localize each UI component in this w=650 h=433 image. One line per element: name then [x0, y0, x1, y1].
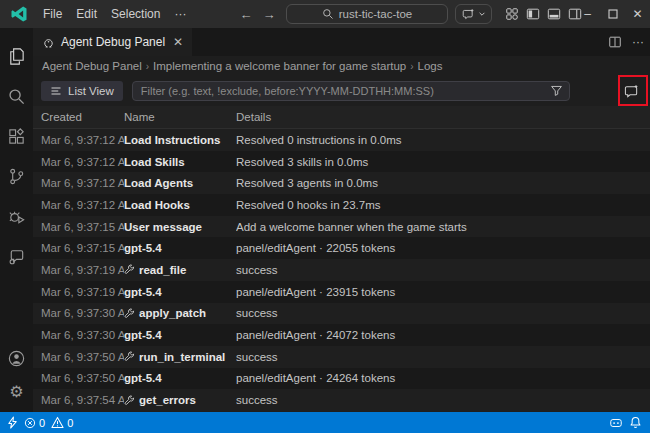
- minimize-button[interactable]: –: [575, 0, 600, 28]
- row-details: Resolved 3 skills in 0.0ms: [236, 156, 650, 168]
- extensions-icon[interactable]: [0, 116, 33, 156]
- row-name-label: Load Agents: [124, 177, 193, 189]
- table-row[interactable]: Mar 6, 9:37:54 AMget_errorssuccess: [33, 389, 650, 411]
- notifications-bell-icon[interactable]: [629, 416, 642, 429]
- menu-selection[interactable]: Selection: [104, 4, 167, 24]
- list-view-button[interactable]: List View: [41, 81, 123, 101]
- tab-actions: ···: [608, 28, 644, 56]
- accounts-icon[interactable]: [0, 342, 33, 375]
- manage-gear-icon[interactable]: ⚙: [0, 375, 33, 408]
- error-count: 0: [39, 417, 45, 429]
- row-created: Mar 6, 9:37:12 AM: [33, 177, 124, 189]
- source-control-icon[interactable]: [0, 156, 33, 196]
- close-button[interactable]: ✕: [625, 0, 650, 28]
- table-row[interactable]: Mar 6, 9:37:19 AMgpt-5.4panel/editAgent …: [33, 281, 650, 303]
- maximize-button[interactable]: [600, 0, 625, 28]
- row-created: Mar 6, 9:37:54 AM: [33, 394, 124, 406]
- customize-layout-icon[interactable]: [505, 7, 519, 21]
- table-row[interactable]: Mar 6, 9:37:50 AMgpt-5.4panel/editAgent …: [33, 368, 650, 390]
- split-editor-icon[interactable]: [608, 35, 622, 49]
- row-created: Mar 6, 9:37:12 AM: [33, 134, 124, 146]
- row-details: panel/editAgent · 24264 tokens: [236, 372, 650, 384]
- tool-icon: [124, 351, 135, 362]
- row-name: read_file: [124, 264, 236, 276]
- chat-bubble-icon: [624, 84, 639, 99]
- chat-action-button[interactable]: [618, 78, 644, 104]
- row-name: run_in_terminal: [124, 351, 236, 363]
- copilot-titlebar-button[interactable]: [455, 4, 492, 24]
- breadcrumb-item-session[interactable]: Implementing a welcome banner for game s…: [153, 60, 406, 72]
- row-details: success: [236, 351, 650, 363]
- problems-warnings[interactable]: 0: [46, 412, 78, 433]
- row-name-label: read_file: [139, 264, 186, 276]
- row-name-label: gpt-5.4: [124, 372, 162, 384]
- row-details: Add a welcome banner when the game start…: [236, 221, 650, 233]
- column-header-details: Details: [236, 111, 650, 123]
- table-row[interactable]: Mar 6, 9:37:15 AMgpt-5.4panel/editAgent …: [33, 237, 650, 259]
- chevron-down-icon: [478, 10, 486, 18]
- search-sidebar-icon[interactable]: [0, 76, 33, 116]
- row-details: Resolved 0 hooks in 23.7ms: [236, 199, 650, 211]
- search-icon: [322, 8, 334, 20]
- menu-file[interactable]: File: [36, 4, 69, 24]
- row-name: User message: [124, 221, 236, 233]
- table-row[interactable]: Mar 6, 9:37:30 AMapply_patchsuccess: [33, 303, 650, 325]
- row-name-label: Load Skills: [124, 156, 185, 168]
- row-name-label: get_errors: [139, 394, 196, 406]
- row-created: Mar 6, 9:37:30 AM: [33, 329, 124, 341]
- row-created: Mar 6, 9:37:15 AM: [33, 221, 124, 233]
- table-row[interactable]: Mar 6, 9:37:12 AMLoad SkillsResolved 3 s…: [33, 151, 650, 173]
- row-created: Mar 6, 9:37:15 AM: [33, 242, 124, 254]
- toggle-primary-sidebar-icon[interactable]: [526, 7, 540, 21]
- row-name: gpt-5.4: [124, 329, 236, 341]
- table-row[interactable]: Mar 6, 9:37:12 AMLoad AgentsResolved 3 a…: [33, 172, 650, 194]
- chat-sidebar-icon[interactable]: [0, 236, 33, 276]
- table-row[interactable]: Mar 6, 9:37:30 AMgpt-5.4panel/editAgent …: [33, 324, 650, 346]
- vscode-logo-icon: [10, 5, 28, 23]
- table-row[interactable]: Mar 6, 9:37:12 AMLoad HooksResolved 0 ho…: [33, 194, 650, 216]
- command-center-search[interactable]: rust-tic-tac-toe: [286, 4, 448, 24]
- remote-indicator-icon[interactable]: [6, 416, 19, 429]
- row-name: apply_patch: [124, 307, 236, 319]
- row-created: Mar 6, 9:37:12 AM: [33, 199, 124, 211]
- explorer-icon[interactable]: [0, 36, 33, 76]
- nav-back-button[interactable]: ←: [236, 0, 256, 28]
- row-name-label: run_in_terminal: [139, 351, 225, 363]
- window-controls: – ✕: [575, 0, 650, 28]
- copilot-status-icon[interactable]: [609, 416, 623, 430]
- table-row[interactable]: Mar 6, 9:37:19 AMread_filesuccess: [33, 259, 650, 281]
- status-bar: 0 0: [0, 412, 650, 433]
- menu-more[interactable]: ···: [167, 4, 193, 24]
- breadcrumb-item-panel[interactable]: Agent Debug Panel: [42, 60, 142, 72]
- filter-funnel-icon[interactable]: [550, 84, 563, 97]
- breadcrumb: Agent Debug Panel › Implementing a welco…: [33, 56, 650, 76]
- menu-edit[interactable]: Edit: [69, 4, 104, 24]
- row-created: Mar 6, 9:37:50 AM: [33, 372, 124, 384]
- tool-icon: [124, 308, 135, 319]
- table-row[interactable]: Mar 6, 9:37:50 AMrun_in_terminalsuccess: [33, 346, 650, 368]
- table-header: Created Name Details: [33, 106, 650, 129]
- nav-forward-button[interactable]: →: [259, 0, 279, 28]
- run-debug-icon[interactable]: [0, 196, 33, 236]
- row-created: Mar 6, 9:37:19 AM: [33, 286, 124, 298]
- error-icon: [24, 417, 36, 429]
- tab-agent-debug-panel[interactable]: Agent Debug Panel ✕: [33, 28, 192, 56]
- row-name-label: gpt-5.4: [124, 286, 162, 298]
- breadcrumb-item-logs[interactable]: Logs: [418, 60, 443, 72]
- row-name-label: gpt-5.4: [124, 329, 162, 341]
- row-name: Load Instructions: [124, 134, 236, 146]
- row-name: get_errors: [124, 394, 236, 406]
- row-details: panel/editAgent · 22055 tokens: [236, 242, 650, 254]
- tab-close-icon[interactable]: ✕: [173, 35, 183, 49]
- toggle-panel-icon[interactable]: [547, 7, 561, 21]
- filter-input[interactable]: [132, 81, 570, 101]
- row-details: success: [236, 307, 650, 319]
- log-rows: Mar 6, 9:37:12 AMLoad InstructionsResolv…: [33, 129, 650, 412]
- row-created: Mar 6, 9:37:50 AM: [33, 351, 124, 363]
- table-row[interactable]: Mar 6, 9:37:15 AMUser messageAdd a welco…: [33, 216, 650, 238]
- table-row[interactable]: Mar 6, 9:37:12 AMLoad InstructionsResolv…: [33, 129, 650, 151]
- editor-more-actions[interactable]: ···: [632, 35, 644, 49]
- row-name-label: Load Instructions: [124, 134, 220, 146]
- row-details: success: [236, 264, 650, 276]
- row-name-label: Load Hooks: [124, 199, 190, 211]
